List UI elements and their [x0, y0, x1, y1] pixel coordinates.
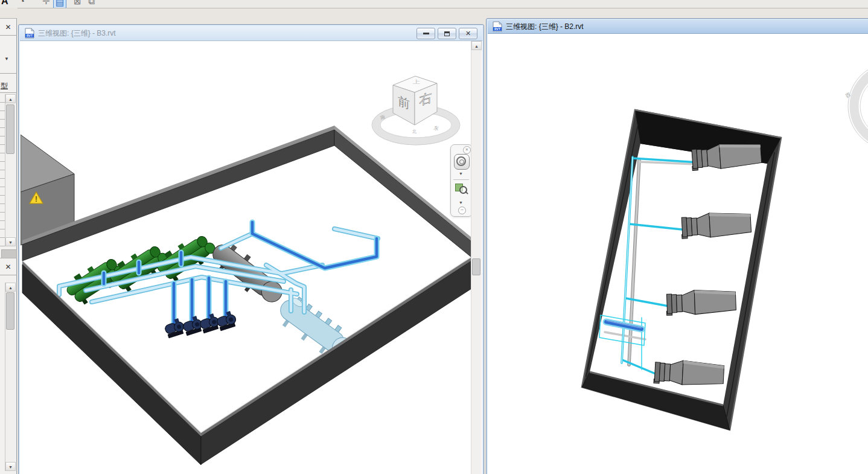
window-titlebar[interactable]: RVT 三维视图: {三维} - B2.rvt — [488, 20, 868, 34]
scroll-up-icon[interactable]: ▲ — [5, 283, 16, 292]
move-tool-icon[interactable]: ✛ — [42, 0, 50, 7]
scroll-down-icon[interactable]: ▼ — [5, 237, 16, 246]
parameter-rows-edge — [0, 94, 5, 246]
view-canvas-b3[interactable]: ! — [21, 41, 482, 474]
docked-palettes-edge: ✕ ▼ 型 ▲ ▼ ✕ ▲ ▼ — [0, 8, 18, 474]
scroll-up-icon[interactable]: ▲ — [471, 41, 482, 50]
viewcube-top-label[interactable]: 上 — [413, 78, 421, 84]
minimize-button[interactable] — [416, 28, 435, 39]
edit-type-link-partial[interactable]: 型 — [1, 81, 8, 91]
ribbon-clipped-strip: A ◔ ✛ ▤ ⊠ ⧉ — [0, 0, 868, 8]
revit-workspace: A ◔ ✛ ▤ ⊠ ⧉ ✕ ▼ 型 ▲ ▼ ✕ ▲ — [0, 0, 868, 474]
compass-label-north[interactable]: 北 — [412, 129, 416, 134]
window-titlebar[interactable]: RVT 三维视图: {三维} - B3.rvt ✕ — [20, 26, 482, 41]
navbar-minimize-icon[interactable]: − — [458, 207, 466, 214]
browser-scrollbar[interactable]: ▲ ▼ — [5, 283, 16, 471]
project-browser-edge: ✕ ▲ ▼ — [0, 258, 17, 474]
steering-wheel-icon[interactable] — [454, 154, 470, 170]
navbar-close-icon[interactable]: ✕ — [463, 146, 471, 154]
svg-text:!: ! — [35, 195, 37, 203]
palette-close-icon[interactable]: ✕ — [4, 23, 13, 32]
view-window-b3[interactable]: RVT 三维视图: {三维} - B3.rvt ✕ — [18, 24, 484, 474]
view-canvas-b2[interactable]: 西 — [488, 34, 868, 474]
properties-scrollbar[interactable]: ▲ ▼ — [5, 94, 16, 246]
viewcube-compass-partial[interactable]: 西 — [844, 63, 868, 150]
scroll-thumb[interactable] — [6, 292, 14, 330]
type-selector-dropdown-icon[interactable]: ▼ — [4, 56, 9, 62]
render-tool-icon[interactable]: ◔ — [19, 0, 25, 6]
navigation-bar[interactable]: ✕ ▼ ▼ − — [450, 144, 473, 217]
close-hidden-windows-icon[interactable]: ⊠ — [74, 0, 81, 7]
close-icon: ✕ — [465, 30, 471, 37]
text-tool-icon[interactable]: A — [1, 0, 8, 7]
view-window-b2[interactable]: RVT 三维视图: {三维} - B2.rvt — [486, 18, 868, 474]
window-title: 三维视图: {三维} - B3.rvt — [38, 28, 116, 39]
wheel-dropdown-icon[interactable]: ▼ — [459, 171, 463, 176]
window-title: 三维视图: {三维} - B2.rvt — [506, 22, 584, 32]
palette-close-icon[interactable]: ✕ — [4, 263, 13, 272]
plant-room-3d-scene: ! — [21, 41, 471, 474]
compass-label-east[interactable]: 东 — [433, 125, 439, 132]
restore-button[interactable] — [438, 28, 456, 39]
zoom-tool-icon[interactable] — [455, 182, 468, 196]
viewcube[interactable]: 南 东 北 前 右 上 — [372, 76, 460, 145]
properties-palette-edge: ✕ ▼ 型 ▲ ▼ — [0, 18, 17, 266]
rvt-file-icon: RVT — [493, 21, 502, 32]
minimize-icon — [423, 33, 429, 34]
scroll-up-icon[interactable]: ▲ — [5, 94, 16, 103]
scroll-down-icon[interactable]: ▼ — [5, 462, 16, 471]
switch-windows-icon[interactable]: ⧉ — [88, 0, 95, 7]
scroll-thumb[interactable] — [472, 258, 480, 275]
zoom-dropdown-icon[interactable]: ▼ — [459, 200, 463, 205]
close-button[interactable]: ✕ — [459, 28, 477, 39]
scroll-thumb[interactable] — [6, 104, 14, 154]
svg-text:RVT: RVT — [27, 34, 33, 37]
view-vertical-scrollbar[interactable]: ▲ ▼ — [471, 41, 482, 474]
rvt-file-icon: RVT — [25, 28, 34, 39]
svg-text:RVT: RVT — [494, 27, 500, 31]
section-box-tool-icon[interactable]: ▤ — [53, 0, 66, 8]
ahu-room-3d-scene: 西 — [488, 34, 868, 474]
restore-icon — [444, 31, 450, 36]
